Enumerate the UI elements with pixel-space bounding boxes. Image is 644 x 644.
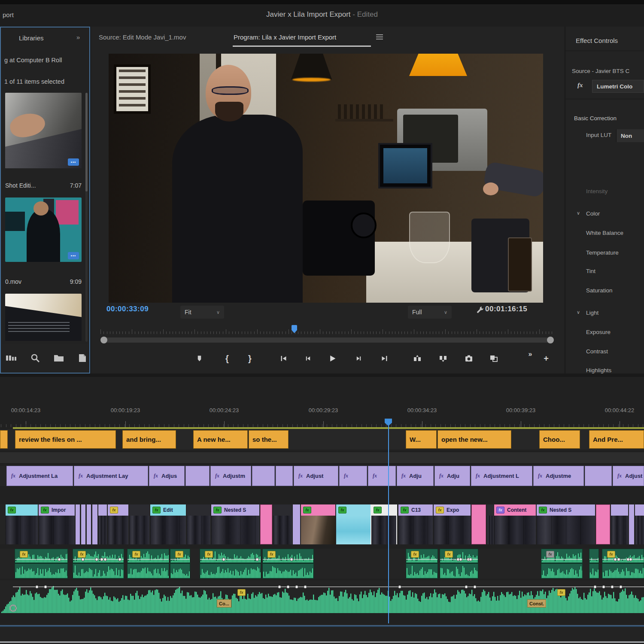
keyframe-icon[interactable] <box>593 585 597 589</box>
caption-clip[interactable] <box>0 430 8 449</box>
effect-row-input-lut[interactable]: Input LUTNon <box>565 131 644 142</box>
library-clip-thumbnail[interactable]: ••• <box>5 197 82 262</box>
adjustment-layer-clip[interactable]: fxAdjustment L <box>471 466 532 486</box>
video-clip[interactable]: fx <box>301 504 335 544</box>
tab-source-monitor[interactable]: Source: Edit Mode Javi_1.mov <box>99 33 186 41</box>
adjustment-layer-clip[interactable]: fxAdjustm <box>210 466 251 486</box>
effect-row-highlights[interactable]: Highlights <box>565 366 644 377</box>
keyframe-icon[interactable] <box>81 558 85 561</box>
adjustment-layer-clip[interactable]: fx <box>339 466 367 486</box>
effect-row-exposure[interactable]: Exposure <box>565 328 644 339</box>
video-clip[interactable] <box>293 504 300 544</box>
new-item-icon[interactable] <box>76 352 88 365</box>
add-button[interactable]: + <box>539 351 553 366</box>
keyframe-icon[interactable] <box>611 585 614 589</box>
caption-clip[interactable]: A new he... <box>193 430 248 449</box>
chevron-down-icon[interactable]: ∨ <box>577 310 580 315</box>
audio-clip[interactable]: fx <box>440 549 478 579</box>
video-clip[interactable] <box>92 504 97 544</box>
effect-row-light[interactable]: ∨Light <box>565 308 644 319</box>
library-clip-label[interactable]: 0.mov9:09 <box>5 278 82 285</box>
adjustment-layer-clip[interactable] <box>252 466 275 486</box>
video-clip[interactable] <box>187 504 210 544</box>
current-timecode[interactable]: 00:00:33:09 <box>106 305 149 319</box>
library-scrollbar-thumb[interactable] <box>85 93 88 191</box>
effect-row-contrast[interactable]: Contrast <box>565 347 644 358</box>
adjustment-layer-clip[interactable]: fxAdjustment La <box>6 466 73 486</box>
video-clip[interactable] <box>596 504 610 544</box>
keyframe-icon[interactable] <box>58 558 61 561</box>
mark-in[interactable]: { <box>220 351 234 366</box>
adjustment-layer-clip[interactable]: fxAdju <box>397 466 434 486</box>
go-to-out[interactable] <box>377 351 392 366</box>
add-marker[interactable] <box>192 351 207 366</box>
library-clip-thumbnail[interactable]: ••• <box>5 93 82 168</box>
audio-clip[interactable]: fx <box>73 549 124 579</box>
monitor-scrollbar-handle-right[interactable] <box>547 337 554 343</box>
caption-clip[interactable]: And Pre... <box>589 430 644 449</box>
keyframe-icon[interactable] <box>44 585 47 589</box>
audio-clip[interactable] <box>589 549 599 579</box>
video-clip[interactable] <box>129 504 149 544</box>
video-clip[interactable]: fx <box>108 504 128 544</box>
monitor-scrollbar-handle-left[interactable] <box>100 337 107 343</box>
effect-row-basic-correction[interactable]: Basic Correction <box>565 114 644 125</box>
tab-libraries[interactable]: Libraries <box>19 34 44 42</box>
comparison-view[interactable] <box>486 351 501 366</box>
audio-transition-badge[interactable]: Co... <box>217 599 231 608</box>
keyframe-icon[interactable] <box>278 585 281 589</box>
audio-clip[interactable]: fx <box>170 549 190 579</box>
keyframe-icon[interactable] <box>295 585 298 589</box>
monitor-scrollbar[interactable] <box>103 337 550 343</box>
keyframe-icon[interactable] <box>290 558 293 561</box>
mark-out[interactable]: } <box>243 351 257 366</box>
step-forward[interactable] <box>351 351 366 366</box>
audio-clip[interactable]: fx <box>602 549 644 579</box>
video-clip-impor[interactable]: fxImpor <box>39 504 75 544</box>
keyframe-icon[interactable] <box>95 558 98 561</box>
keyframe-icon[interactable] <box>629 558 632 561</box>
video-clip-expo[interactable]: fxExpo <box>434 504 471 544</box>
keyframe-icon[interactable] <box>35 585 39 589</box>
adjustment-layer-clip[interactable] <box>276 466 293 486</box>
keyframe-icon[interactable] <box>398 585 401 589</box>
video-clip[interactable] <box>98 504 107 544</box>
caption-clip[interactable]: open the new... <box>437 430 511 449</box>
video-clip[interactable] <box>635 504 644 544</box>
keyframe-icon[interactable] <box>255 558 259 561</box>
video-clip[interactable]: fx <box>6 504 38 544</box>
step-back[interactable] <box>301 351 315 366</box>
lumetri-color-effect[interactable]: Lumetri Colo <box>592 80 644 93</box>
extract[interactable] <box>436 351 450 366</box>
chevron-down-icon[interactable]: ∨ <box>577 210 580 216</box>
keyframe-icon[interactable] <box>465 585 468 589</box>
adjustment-layer-clip[interactable]: fxAdjust <box>613 466 644 486</box>
keyframe-icon[interactable] <box>304 585 307 589</box>
monitor-mini-timeline[interactable] <box>100 324 556 335</box>
video-clip-nested-s[interactable]: fxNested S <box>211 504 259 544</box>
more[interactable]: » <box>523 347 538 361</box>
input-lut-value[interactable]: Non <box>616 129 644 142</box>
keyframe-icon[interactable] <box>619 585 623 589</box>
keyframe-icon[interactable] <box>286 585 290 589</box>
video-clip-content[interactable]: fxContent <box>494 504 536 544</box>
audio-clip[interactable]: fx <box>406 549 438 579</box>
play[interactable] <box>325 351 340 366</box>
timeline-scrollbar-handle[interactable] <box>9 605 17 612</box>
audio-clip[interactable]: fx <box>15 549 68 579</box>
video-clip[interactable] <box>260 504 272 544</box>
timeline-playhead-line[interactable] <box>388 425 389 623</box>
effect-row-intensity[interactable]: Intensity <box>565 187 644 198</box>
adjustment-layer-clip[interactable]: fxAdjust <box>294 466 338 486</box>
adjustment-layer-clip[interactable]: fx <box>368 466 396 486</box>
effect-row-tint[interactable]: Tint <box>565 267 644 278</box>
keyframe-icon[interactable] <box>459 558 462 561</box>
video-clip-c13[interactable]: fxC13 <box>398 504 433 544</box>
playback-resolution-dropdown[interactable]: Full∨ <box>408 306 452 319</box>
video-clip[interactable] <box>76 504 80 544</box>
caption-clip[interactable]: W... <box>406 430 437 449</box>
adjustment-layer-clip[interactable]: fxAdjustme <box>533 466 584 486</box>
adjustment-layer-clip[interactable]: fxAdjus <box>149 466 185 486</box>
video-clip-nested-s[interactable]: fxNested S <box>537 504 595 544</box>
video-clip[interactable]: fx <box>336 504 371 544</box>
